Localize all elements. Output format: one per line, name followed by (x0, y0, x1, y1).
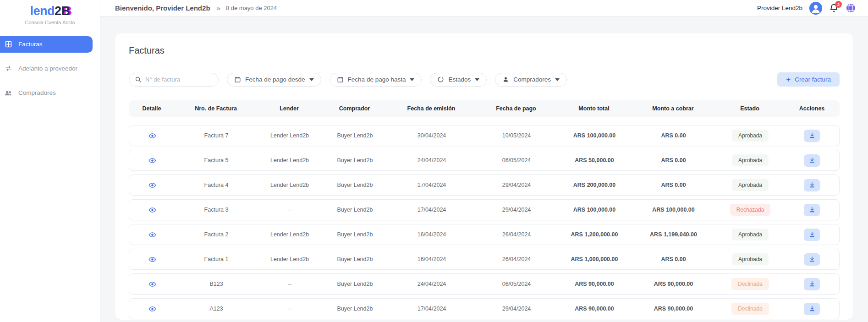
notifications-button[interactable]: 2 (829, 3, 839, 13)
issue-date: 24/04/2024 (388, 157, 475, 164)
account-cluster: Provider Lend2b 2 (757, 2, 856, 15)
download-invoice-button[interactable] (804, 278, 820, 290)
download-invoice-button[interactable] (804, 253, 820, 266)
payment-date: 29/04/2024 (475, 182, 558, 188)
sidebar-item-facturas[interactable]: Facturas (0, 36, 93, 53)
eye-icon (148, 305, 156, 313)
issue-date: 17/04/2024 (388, 207, 475, 213)
column-header-acciones: Acciones (784, 105, 840, 112)
issue-date: 17/04/2024 (388, 182, 475, 188)
payment-date: 29/04/2024 (475, 306, 558, 312)
payment-date: 06/05/2024 (475, 281, 558, 287)
collectable-amount: ARS 90,000.00 (631, 281, 716, 287)
person-icon (502, 76, 509, 83)
total-amount: ARS 100,000.00 (558, 207, 631, 213)
filter-label: Compradores (513, 76, 551, 83)
table-row: Factura 4 Lender Lend2b Buyer Lend2b 17/… (129, 175, 840, 196)
table-row: Factura 1 Lender Lend2b Buyer Lend2b 16/… (129, 249, 840, 270)
download-icon (809, 182, 815, 188)
status-badge: Aprobada (732, 229, 769, 240)
total-amount: ARS 100,000.00 (558, 132, 631, 139)
avatar[interactable] (809, 2, 822, 15)
logo-2: 2 (55, 4, 61, 18)
view-detail-button[interactable] (148, 256, 156, 263)
eye-icon (148, 280, 156, 288)
search-input[interactable] (145, 76, 213, 83)
view-detail-button[interactable] (148, 181, 156, 189)
download-invoice-button[interactable] (804, 130, 820, 142)
download-invoice-button[interactable] (804, 229, 820, 241)
breadcrumb-separator: » (217, 4, 220, 12)
sidebar-item-label: Facturas (18, 41, 43, 48)
notification-count-badge: 2 (835, 1, 842, 8)
table-row: A123 -- Buyer Lend2b 17/04/2024 29/04/20… (129, 298, 840, 319)
invoice-rows: Factura 7 Lender Lend2b Buyer Lend2b 30/… (129, 125, 840, 319)
sidebar-item-label: Compradores (18, 89, 56, 96)
logo-text: lend2BB (0, 5, 100, 18)
total-amount: ARS 1,000,000.00 (558, 256, 631, 262)
sidebar-item-adelanto-a-proveedor[interactable]: Adelanto a proveedor (0, 60, 100, 77)
download-invoice-button[interactable] (804, 179, 820, 191)
eye-icon (148, 157, 156, 164)
eye-icon (148, 256, 156, 263)
view-detail-button[interactable] (148, 132, 156, 140)
invoice-number: Factura 7 (175, 132, 258, 139)
table-row: Factura 5 Lender Lend2b Buyer Lend2b 24/… (129, 150, 840, 171)
invoice-number: A123 (175, 306, 258, 312)
sidebar-item-label: Adelanto a proveedor (18, 65, 77, 72)
view-detail-button[interactable] (148, 280, 156, 288)
download-invoice-button[interactable] (804, 204, 820, 216)
view-detail-button[interactable] (148, 206, 156, 214)
table-header: Detalle Nro. de Factura Lender Comprador… (129, 100, 840, 117)
grid-icon (4, 40, 13, 48)
language-globe-button[interactable] (846, 3, 856, 13)
buyer-name: Buyer Lend2b (322, 231, 388, 238)
lender-name: Lender Lend2b (258, 256, 322, 262)
view-detail-button[interactable] (148, 231, 156, 239)
filter-states[interactable]: Estados (430, 73, 487, 87)
create-invoice-label: Crear factura (795, 76, 831, 83)
collectable-amount: ARS 0.00 (631, 182, 716, 188)
buyer-name: Buyer Lend2b (322, 256, 388, 262)
eye-icon (148, 231, 156, 239)
column-header-lender: Lender (257, 105, 321, 112)
topbar: Bienvenido, Provider Lend2b » 8 de mayo … (100, 0, 868, 16)
chevron-down-icon (309, 78, 314, 81)
total-amount: ARS 200,000.00 (558, 182, 631, 188)
invoice-number: Factura 2 (175, 231, 258, 238)
table-row: Factura 3 -- Buyer Lend2b 17/04/2024 29/… (129, 199, 840, 220)
status-badge: Aprobada (732, 130, 769, 142)
create-invoice-button[interactable]: + Crear factura (777, 72, 840, 87)
status-badge: Rechazada (730, 204, 771, 216)
filter-buyers[interactable]: Compradores (495, 73, 567, 87)
buyer-name: Buyer Lend2b (322, 157, 388, 164)
lender-name: Lender Lend2b (258, 231, 322, 238)
sidebar-item-compradores[interactable]: Compradores (0, 85, 100, 101)
download-invoice-button[interactable] (804, 303, 820, 315)
table-row: Factura 2 Lender Lend2b Buyer Lend2b 16/… (129, 224, 840, 245)
welcome-text: Bienvenido, Provider Lend2b (115, 4, 210, 12)
collectable-amount: ARS 1,199,040.00 (631, 231, 716, 238)
eye-icon (148, 181, 156, 189)
view-detail-button[interactable] (148, 305, 156, 313)
current-date: 8 de mayo de 2024 (226, 5, 277, 11)
filter-date-from[interactable]: Fecha de pago desde (227, 73, 321, 87)
invoice-search[interactable] (129, 73, 219, 87)
view-detail-button[interactable] (148, 157, 156, 164)
chevron-down-icon (555, 78, 560, 81)
plus-icon: + (786, 76, 791, 83)
download-icon (809, 306, 815, 312)
buyer-name: Buyer Lend2b (322, 207, 388, 213)
column-header-detalle: Detalle (129, 105, 175, 112)
page-title: Facturas (129, 45, 853, 56)
filter-date-to[interactable]: Fecha de pago hasta (330, 73, 422, 87)
column-header-fecha-pago: Fecha de pago (475, 105, 557, 112)
search-icon (135, 76, 142, 83)
account-name: Provider Lend2b (757, 5, 802, 11)
collectable-amount: ARS 0.00 (631, 132, 716, 139)
payment-date: 10/05/2024 (475, 132, 558, 139)
eye-icon (148, 132, 156, 140)
filter-label: Fecha de pago hasta (348, 76, 406, 83)
eye-icon (148, 206, 156, 214)
download-invoice-button[interactable] (804, 154, 820, 167)
